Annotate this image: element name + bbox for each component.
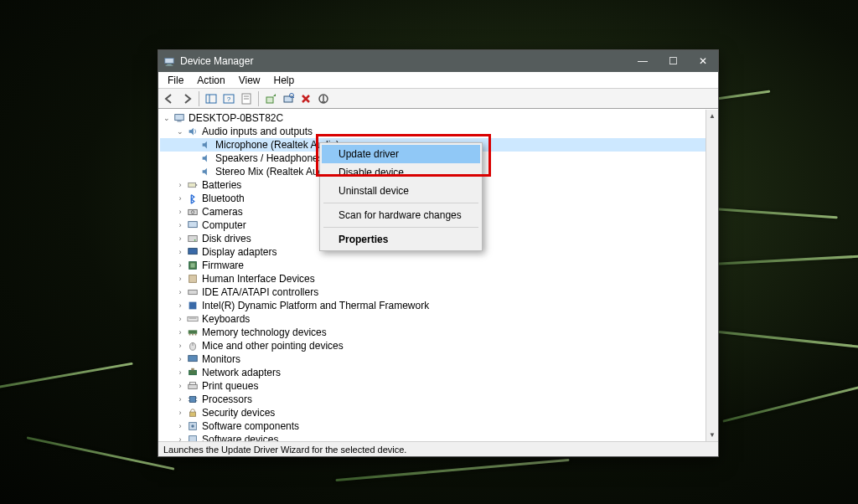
toolbar: ? — [158, 89, 718, 109]
tree-category[interactable]: ›Security devices — [160, 406, 706, 419]
expander-closed-icon[interactable]: › — [175, 193, 185, 203]
tree-label: Software components — [202, 420, 299, 432]
expander-closed-icon[interactable]: › — [175, 207, 185, 217]
audio-icon — [199, 138, 213, 152]
device-icon — [186, 406, 199, 419]
expander-closed-icon[interactable]: › — [175, 381, 185, 391]
device-icon — [186, 178, 199, 192]
tree-label: Intel(R) Dynamic Platform and Thermal Fr… — [202, 300, 429, 311]
status-text: Launches the Update Driver Wizard for th… — [163, 445, 406, 455]
tree-category[interactable]: ›Processors — [160, 393, 706, 406]
tree-root[interactable]: ⌄ DESKTOP-0BST82C — [160, 111, 706, 125]
tree-category[interactable]: ›Monitors — [160, 352, 706, 366]
tree-category[interactable]: ›Network adapters — [160, 366, 706, 379]
tree-category[interactable]: ›Firmware — [160, 259, 706, 272]
tree-label: Batteries — [202, 179, 241, 191]
device-icon — [186, 219, 199, 232]
tree-category[interactable]: ›Mice and other pointing devices — [160, 339, 706, 352]
svg-rect-39 — [189, 370, 197, 374]
device-icon — [186, 205, 199, 219]
device-manager-window: Device Manager — ☐ ✕ File Action View He… — [158, 49, 719, 457]
expander-closed-icon[interactable]: › — [175, 394, 185, 404]
ctx-scan-hardware[interactable]: Scan for hardware changes — [322, 206, 480, 224]
tree-label: Human Interface Devices — [202, 273, 315, 285]
svg-point-23 — [194, 239, 196, 241]
expander-closed-icon[interactable]: › — [175, 408, 185, 418]
expander-none — [189, 140, 199, 150]
device-icon — [186, 393, 199, 406]
show-hide-tree-button[interactable] — [203, 90, 220, 107]
svg-rect-24 — [189, 249, 198, 255]
menu-file[interactable]: File — [162, 73, 189, 88]
expander-closed-icon[interactable]: › — [175, 234, 185, 244]
vertical-scrollbar[interactable]: ▲ ▼ — [706, 110, 718, 441]
expander-closed-icon[interactable]: › — [175, 180, 185, 190]
expander-open-icon[interactable]: ⌄ — [175, 126, 185, 136]
tree-label: Disk drives — [202, 233, 251, 244]
device-icon — [186, 352, 199, 366]
menu-action[interactable]: Action — [191, 73, 230, 88]
tree-label: Display adapters — [202, 246, 277, 258]
computer-icon — [173, 111, 186, 125]
expander-closed-icon[interactable]: › — [175, 368, 185, 378]
tree-label: Computer — [202, 219, 246, 231]
expander-closed-icon[interactable]: › — [175, 421, 185, 431]
tree-category[interactable]: ›Print queues — [160, 379, 706, 393]
tree-category[interactable]: ›IDE ATA/ATAPI controllers — [160, 285, 706, 299]
expander-closed-icon[interactable]: › — [175, 274, 185, 284]
minimize-button[interactable]: — — [628, 50, 658, 72]
close-button[interactable]: ✕ — [688, 50, 718, 72]
expander-closed-icon[interactable]: › — [175, 341, 185, 351]
expander-closed-icon[interactable]: › — [175, 314, 185, 324]
device-icon — [186, 285, 199, 299]
ctx-update-driver[interactable]: Update driver — [322, 145, 480, 163]
back-button[interactable] — [161, 90, 178, 107]
tree-category[interactable]: ›Human Interface Devices — [160, 272, 706, 285]
tree-category[interactable]: ›Software devices — [160, 433, 706, 441]
uninstall-button[interactable] — [297, 90, 314, 107]
expander-closed-icon[interactable]: › — [175, 327, 185, 337]
tree-category-audio[interactable]: ⌄ Audio inputs and outputs — [160, 125, 706, 138]
scan-hardware-button[interactable] — [280, 90, 297, 107]
expander-closed-icon[interactable]: › — [175, 354, 185, 364]
tree-category[interactable]: ›Intel(R) Dynamic Platform and Thermal F… — [160, 299, 706, 312]
tree-label: DESKTOP-0BST82C — [189, 112, 283, 124]
expander-closed-icon[interactable]: › — [175, 287, 185, 297]
maximize-button[interactable]: ☐ — [658, 50, 688, 72]
expander-closed-icon[interactable]: › — [175, 301, 185, 311]
tree-category[interactable]: ›Software components — [160, 419, 706, 433]
forward-button[interactable] — [178, 90, 195, 107]
ctx-uninstall-device[interactable]: Uninstall device — [322, 182, 480, 200]
scroll-down-button[interactable]: ▼ — [706, 429, 718, 441]
audio-icon — [186, 125, 199, 138]
device-icon — [186, 339, 199, 352]
tree-label: Stereo Mix (Realtek Audio) — [215, 166, 335, 177]
svg-rect-32 — [189, 330, 198, 333]
expander-closed-icon[interactable]: › — [175, 247, 185, 257]
menu-view[interactable]: View — [233, 73, 266, 88]
tree-category[interactable]: ›Keyboards — [160, 312, 706, 326]
svg-rect-33 — [189, 334, 191, 336]
device-icon — [186, 366, 199, 379]
audio-icon — [199, 165, 213, 178]
svg-rect-28 — [189, 290, 198, 294]
expander-open-icon[interactable]: ⌄ — [162, 113, 172, 123]
tree-category[interactable]: ›Memory technology devices — [160, 326, 706, 339]
scroll-up-button[interactable]: ▲ — [706, 110, 718, 122]
properties-button[interactable] — [238, 90, 255, 107]
update-driver-button[interactable] — [262, 90, 279, 107]
device-icon — [186, 259, 199, 272]
separator — [199, 91, 199, 106]
ctx-disable-device[interactable]: Disable device — [322, 163, 480, 182]
disable-button[interactable] — [315, 90, 332, 107]
ctx-properties[interactable]: Properties — [322, 230, 480, 249]
expander-none — [189, 167, 199, 177]
expander-closed-icon[interactable]: › — [175, 220, 185, 230]
expander-closed-icon[interactable]: › — [175, 435, 185, 441]
svg-rect-17 — [189, 183, 196, 187]
help-button[interactable]: ? — [220, 90, 237, 107]
titlebar[interactable]: Device Manager — ☐ ✕ — [158, 50, 718, 72]
menu-help[interactable]: Help — [268, 73, 301, 88]
expander-closed-icon[interactable]: › — [175, 260, 185, 270]
device-icon — [186, 232, 199, 245]
